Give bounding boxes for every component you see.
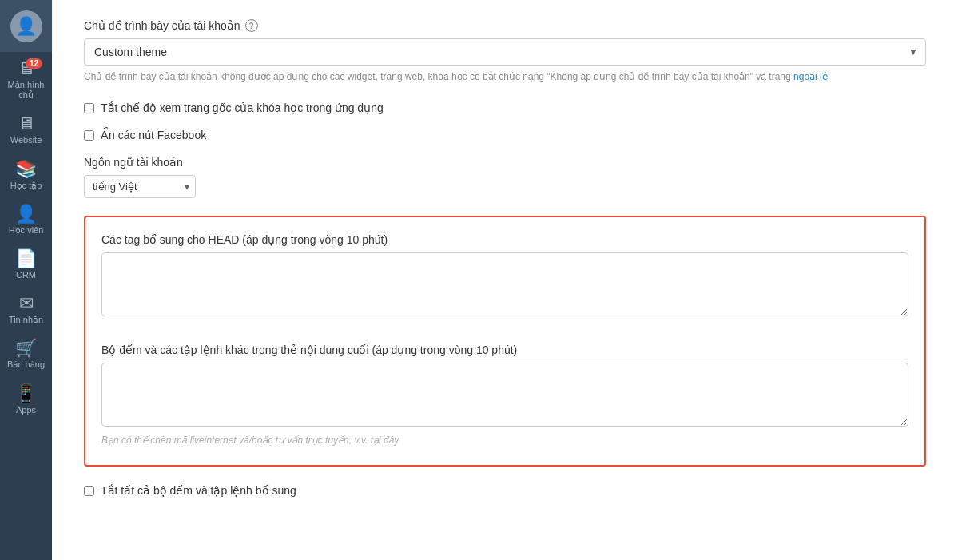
disable-native-checkbox[interactable] xyxy=(84,103,94,113)
theme-hint-link[interactable]: ngoại lệ xyxy=(793,71,828,82)
avatar: 👤 xyxy=(10,10,42,42)
body-tags-textarea[interactable] xyxy=(101,363,908,427)
language-group: Ngôn ngữ tài khoản tiếng Việt English Fr… xyxy=(84,156,926,198)
theme-hint-text: Chủ đề trình bày của tài khoản không đượ… xyxy=(84,70,926,84)
theme-label-text: Chủ đề trình bày của tài khoản xyxy=(84,19,240,32)
sidebar-label-hoc-tap: Học tập xyxy=(10,181,42,191)
disable-native-group: Tắt chế độ xem trang gốc của khóa học tr… xyxy=(84,101,926,114)
sidebar-label-hoc-vien: Học viên xyxy=(9,225,44,236)
disable-all-checkbox[interactable] xyxy=(84,486,94,496)
disable-all-label[interactable]: Tắt tất cả bộ đếm và tập lệnh bổ sung xyxy=(101,484,296,497)
language-select-wrapper: tiếng Việt English Français ▾ xyxy=(84,175,196,198)
notification-badge: 12 xyxy=(26,58,42,69)
custom-code-section: Các tag bổ sung cho HEAD (áp dụng trong … xyxy=(84,216,926,467)
section-divider xyxy=(101,329,908,344)
study-icon: 📚 xyxy=(15,161,37,178)
sidebar-label-website: Website xyxy=(10,135,42,145)
sidebar-label-tin-nhan: Tin nhắn xyxy=(9,315,43,325)
sidebar-item-apps[interactable]: 📱 Apps xyxy=(0,377,52,422)
crm-icon: 📄 xyxy=(15,250,37,268)
language-label: Ngôn ngữ tài khoản xyxy=(84,156,926,169)
disable-all-group: Tắt tất cả bộ đếm và tập lệnh bổ sung xyxy=(84,484,926,497)
language-select[interactable]: tiếng Việt English Français xyxy=(84,175,196,198)
user-avatar-icon: 👤 xyxy=(15,18,37,35)
theme-help-icon[interactable]: ? xyxy=(245,19,258,32)
sidebar-label-crm: CRM xyxy=(16,270,36,280)
sidebar-item-hoc-tap[interactable]: 📚 Học tập xyxy=(0,153,52,197)
theme-group: Chủ đề trình bày của tài khoản ? Custom … xyxy=(84,19,926,84)
sidebar-label-apps: Apps xyxy=(16,405,36,415)
avatar-container: 👤 xyxy=(0,0,52,52)
theme-select[interactable]: Custom theme Default theme xyxy=(84,38,926,66)
hide-facebook-group: Ẩn các nút Facebook xyxy=(84,129,926,141)
sidebar-item-man-hinh-chu[interactable]: 12 🖥 Màn hìnhchủ xyxy=(0,52,52,107)
website-icon: 🖥 xyxy=(18,115,35,133)
head-tags-textarea[interactable] xyxy=(101,252,908,316)
body-tags-label: Bộ đếm và các tập lệnh khác trong thẻ nộ… xyxy=(101,344,908,356)
student-icon: 👤 xyxy=(15,205,37,223)
sidebar-item-hoc-vien[interactable]: 👤 Học viên xyxy=(0,197,52,242)
message-icon: ✉ xyxy=(19,295,34,312)
sidebar-item-website[interactable]: 🖥 Website xyxy=(0,107,52,152)
sidebar: 👤 12 🖥 Màn hìnhchủ 🖥 Website 📚 Học tập 👤… xyxy=(0,0,52,560)
shop-icon: 🛒 xyxy=(15,340,37,357)
hide-facebook-checkbox[interactable] xyxy=(84,130,94,141)
hide-facebook-label[interactable]: Ẩn các nút Facebook xyxy=(101,129,206,141)
theme-label: Chủ đề trình bày của tài khoản ? xyxy=(84,19,926,32)
body-tags-group: Bộ đếm và các tập lệnh khác trong thẻ nộ… xyxy=(101,344,908,446)
language-label-text: Ngôn ngữ tài khoản xyxy=(84,156,183,169)
body-tags-hint: Bạn có thể chèn mã liveinternet và/hoặc … xyxy=(101,435,908,446)
sidebar-label-ban-hang: Bán hàng xyxy=(7,359,45,370)
theme-hint-body: Chủ đề trình bày của tài khoản không đượ… xyxy=(84,71,791,82)
sidebar-item-ban-hang[interactable]: 🛒 Bán hàng xyxy=(0,332,52,376)
theme-select-wrapper: Custom theme Default theme ▼ xyxy=(84,38,926,66)
disable-native-label[interactable]: Tắt chế độ xem trang gốc của khóa học tr… xyxy=(101,101,384,114)
sidebar-item-crm[interactable]: 📄 CRM xyxy=(0,242,52,287)
sidebar-item-tin-nhan[interactable]: ✉ Tin nhắn xyxy=(0,287,52,332)
head-tags-label: Các tag bổ sung cho HEAD (áp dụng trong … xyxy=(101,233,908,246)
head-tags-group: Các tag bổ sung cho HEAD (áp dụng trong … xyxy=(101,233,908,320)
sidebar-label-man-hinh-chu: Màn hìnhchủ xyxy=(8,80,45,101)
main-content: Chủ đề trình bày của tài khoản ? Custom … xyxy=(52,0,958,560)
apps-icon: 📱 xyxy=(15,385,37,403)
